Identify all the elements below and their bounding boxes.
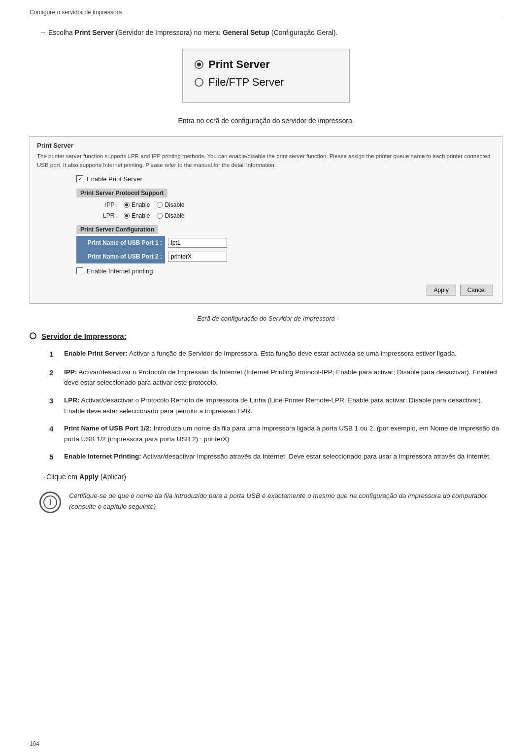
port2-input[interactable]: [168, 252, 227, 262]
port2-label: Print Name of USB Port 2 :: [88, 253, 162, 260]
list-item: 5 Enable Internet Printing: Activar/desa…: [49, 451, 502, 463]
servidor-title-row: Servidor de Impressora:: [30, 332, 502, 340]
intro-middle: (Servidor de Impressora) no menu: [114, 29, 223, 36]
apply-end: (Aplicar): [99, 473, 126, 481]
option-label-print-server: Print Server: [208, 58, 270, 71]
intro-arrow: →: [39, 29, 46, 36]
enable-internet-printing-checkbox[interactable]: [76, 267, 83, 274]
list-item-1-text: Activar a função de Servidor de Impresso…: [128, 350, 457, 357]
lpr-disable-option[interactable]: Disable: [157, 212, 184, 219]
list-item-3-text: Activar/desactivar o Protocolo Remoto de…: [64, 396, 482, 415]
note-icon-inner: i: [43, 495, 57, 509]
protocol-table: IPP : Enable Disable: [76, 199, 495, 221]
option-row-print-server: Print Server: [195, 58, 337, 71]
apply-button[interactable]: Apply: [427, 285, 456, 296]
ipp-disable-option[interactable]: Disable: [157, 201, 184, 208]
cancel-button[interactable]: Cancel: [460, 285, 493, 296]
caption-italic: - Ecrã de configuração do Servidor de Im…: [30, 315, 502, 322]
list-item: 1 Enable Print Server: Activar a função …: [49, 348, 502, 360]
ipp-enable-label: Enable: [132, 201, 150, 208]
lpr-enable-option[interactable]: Enable: [124, 212, 150, 219]
ipp-radio-group: Enable Disable: [124, 201, 492, 208]
apply-line: →Clique em Apply (Aplicar): [30, 473, 502, 481]
numbered-list: 1 Enable Print Server: Activar a função …: [30, 348, 502, 463]
list-item-3-bold: LPR:: [64, 396, 80, 404]
screenshot-box: Print Server File/FTP Server: [182, 49, 350, 103]
list-item-4-bold: Print Name of USB Port 1/2:: [64, 425, 152, 432]
lpr-disable-label: Disable: [165, 212, 184, 219]
ipp-enable-option[interactable]: Enable: [124, 201, 150, 208]
lpr-enable-radio[interactable]: [124, 213, 130, 219]
apply-arrow: →: [39, 473, 46, 481]
section-title: Print Server: [37, 142, 495, 149]
section-desc: The printer server function supports LPR…: [37, 152, 495, 169]
intro-bold2: General Setup: [223, 29, 269, 36]
config-section-label: Print Server Configuration: [80, 226, 154, 233]
enable-print-server-checkbox[interactable]: [76, 175, 83, 182]
ipp-disable-label: Disable: [165, 201, 184, 208]
top-bar: Configure o servidor de impressora: [30, 9, 502, 18]
lpr-radio-group: Enable Disable: [124, 212, 492, 219]
ipp-label: IPP :: [76, 199, 121, 210]
apply-text: Clique em: [46, 473, 79, 481]
list-item-1-bold: Enable Print Server:: [64, 350, 128, 357]
circle-o-icon: [30, 332, 36, 339]
ipp-disable-radio[interactable]: [157, 202, 163, 208]
print-server-config-section: Print Server The printer server function…: [30, 136, 502, 304]
enable-print-server-row: Enable Print Server: [37, 175, 495, 183]
note-icon: i: [39, 492, 61, 513]
intro-bold1: Print Server: [75, 29, 114, 36]
option-row-file-ftp: File/FTP Server: [195, 76, 337, 89]
intro-end: (Configuração Geral).: [269, 29, 338, 36]
enable-internet-printing-label: Enable Internet printing: [87, 267, 153, 275]
btn-row: Apply Cancel: [37, 281, 495, 296]
list-item: 2 IPP: Activar/desactivar o Protocolo de…: [49, 367, 502, 388]
lpr-label: LPR :: [76, 210, 121, 221]
top-bar-label: Configure o servidor de impressora: [30, 9, 122, 16]
enable-print-server-label: Enable Print Server: [87, 175, 142, 183]
protocol-support-block: Print Server Protocol Support IPP : Enab…: [37, 189, 495, 221]
list-item-2-bold: IPP:: [64, 368, 77, 376]
caption-text: Entra no ecrã de configuração do servido…: [30, 117, 502, 125]
port1-input[interactable]: [168, 238, 227, 248]
config-form-section: Print Server Configuration Print Name of…: [37, 225, 495, 263]
ipp-enable-radio[interactable]: [124, 202, 130, 208]
lpr-enable-label: Enable: [132, 212, 150, 219]
port1-label: Print Name of USB Port 1 :: [88, 239, 162, 246]
note-text: Certifique-se de que o nome da fila intr…: [69, 491, 502, 512]
servidor-title-text: Servidor de Impressora:: [41, 332, 127, 340]
page: Configure o servidor de impressora → Esc…: [0, 0, 532, 756]
note-box: i Certifique-se de que o nome da fila in…: [30, 491, 502, 513]
intro-step: → Escolha Print Server (Servidor de Impr…: [30, 27, 502, 38]
option-label-file-ftp: File/FTP Server: [208, 76, 284, 89]
list-item-5-text: Activar/desactivar impressão através da …: [141, 453, 491, 460]
list-item: 3 LPR: Activar/desactivar o Protocolo Re…: [49, 395, 502, 416]
radio-file-ftp: [195, 78, 203, 87]
list-item: 4 Print Name of USB Port 1/2: Introduza …: [49, 423, 502, 444]
intro-text-before: Escolha: [48, 29, 75, 36]
enable-internet-printing-row: Enable Internet printing: [37, 267, 495, 275]
page-number: 164: [30, 740, 39, 747]
config-form-table: Print Name of USB Port 1 : Print Name of…: [76, 236, 495, 263]
lpr-disable-radio[interactable]: [157, 213, 163, 219]
list-item-2-text: Activar/desactivar o Protocolo de Impres…: [64, 368, 497, 387]
list-item-5-bold: Enable Internet Printing:: [64, 453, 141, 460]
apply-bold: Apply: [79, 473, 99, 481]
protocol-support-label: Print Server Protocol Support: [80, 190, 164, 197]
radio-print-server: [195, 60, 203, 69]
